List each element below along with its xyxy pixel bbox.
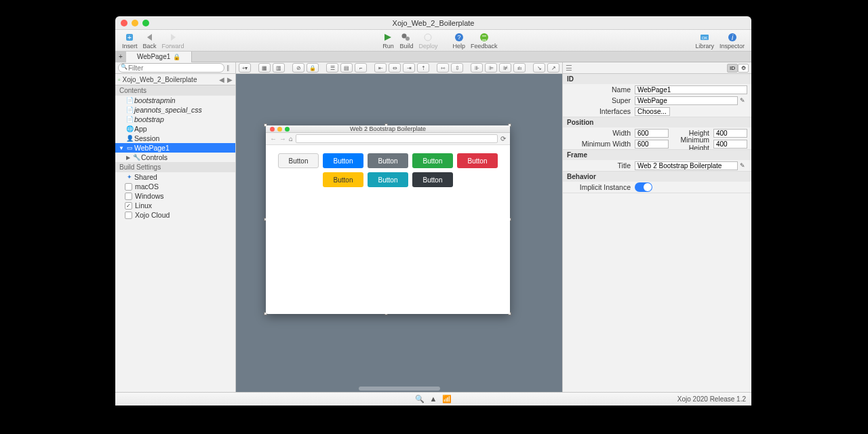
button-danger[interactable]: Button: [457, 153, 498, 168]
main-toolbar: +Insert Back Forward Run Build Deploy ?H…: [115, 30, 751, 52]
align-left-icon[interactable]: ⇤: [374, 63, 387, 73]
checkbox-macos[interactable]: [125, 183, 132, 191]
search-icon[interactable]: 🔍: [415, 395, 425, 403]
help-button[interactable]: ?Help: [453, 32, 466, 50]
space-h-icon[interactable]: ⊪: [471, 63, 483, 73]
checkbox-windows[interactable]: [125, 193, 132, 200]
guides-icon[interactable]: ⌐: [355, 63, 367, 73]
width-field[interactable]: [635, 129, 669, 138]
align-center-icon[interactable]: ⇔: [389, 63, 401, 73]
height-field[interactable]: [713, 129, 747, 138]
forward-button[interactable]: Forward: [162, 32, 184, 50]
add-tab-button[interactable]: +: [115, 52, 126, 62]
dist-h-icon[interactable]: ⊯: [499, 63, 511, 73]
inspector-tab-id[interactable]: ID: [727, 64, 738, 73]
back-button[interactable]: Back: [143, 32, 157, 50]
minimize-icon[interactable]: [132, 20, 138, 26]
button-dark[interactable]: Button: [412, 172, 453, 187]
fill-v-icon[interactable]: ⇳: [451, 63, 463, 73]
min-width-field[interactable]: [635, 140, 669, 149]
align-right-icon[interactable]: ⇥: [403, 63, 415, 73]
button-default[interactable]: Button: [278, 153, 319, 168]
navigator: ‖ ▫ Xojo_Web_2_Boilerplate ◀▶ Contents 📄…: [115, 62, 236, 392]
snap-icon[interactable]: ▥: [273, 63, 285, 73]
section-id: ID: [563, 74, 751, 84]
button-info[interactable]: Button: [368, 172, 408, 187]
project-name: Xojo_Web_2_Boilerplate: [123, 76, 197, 83]
tree-item-xojo-cloud[interactable]: Xojo Cloud: [115, 210, 235, 220]
edit-title-icon[interactable]: ✎: [738, 162, 747, 169]
split-icon[interactable]: ‖: [226, 64, 233, 71]
button-primary[interactable]: Button: [323, 153, 363, 168]
warnings-icon[interactable]: ▲: [430, 395, 437, 403]
run-button[interactable]: Run: [382, 32, 394, 50]
arrange-icon[interactable]: ↘: [533, 63, 545, 73]
canvas-scrollbar[interactable]: [359, 387, 440, 391]
design-canvas[interactable]: Web 2 Bootstrap Boilerplate ← → ⌂ ⟳ Butt…: [236, 74, 562, 392]
implicit-instance-toggle[interactable]: [635, 182, 652, 192]
min-height-field[interactable]: [713, 140, 747, 149]
section-frame: Frame: [563, 150, 751, 160]
checkbox-xojo-cloud[interactable]: [125, 212, 132, 219]
checkbox-linux[interactable]: ✓: [125, 202, 132, 210]
space-v-icon[interactable]: ⊫: [485, 63, 497, 73]
button-secondary[interactable]: Button: [368, 153, 408, 168]
align-top-icon[interactable]: ⇡: [417, 63, 429, 73]
tree-item-jeannots[interactable]: 📄jeannots_special_css: [115, 105, 235, 115]
section-position: Position: [563, 117, 751, 127]
tree-item-bootstrap[interactable]: 📄bootstrap: [115, 115, 235, 124]
build-button[interactable]: Build: [399, 32, 413, 50]
section-behavior: Behavior: [563, 172, 751, 182]
tree-item-app[interactable]: 🌐App: [115, 124, 235, 134]
edit-super-icon[interactable]: ✎: [738, 97, 747, 104]
front-icon[interactable]: ▤: [340, 63, 353, 73]
title-field[interactable]: [635, 161, 738, 170]
super-field[interactable]: [635, 96, 738, 105]
tree-item-shared[interactable]: ✦Shared: [115, 172, 235, 182]
tab-webpage1[interactable]: WebPage1🔒: [126, 52, 192, 62]
preview-back-icon: ←: [270, 135, 277, 142]
preview-title: Web 2 Bootstrap Boilerplate: [350, 125, 426, 132]
editor-toolbar: +▾ ▦ ▥ ⊘ 🔒 ☰ ▤ ⌐ ⇤ ⇔ ⇥ ⇡ ⇿ ⇳ ⊪: [236, 62, 562, 74]
tree-item-linux[interactable]: ✓Linux: [115, 201, 235, 210]
version-label: Xojo 2020 Release 1.2: [677, 395, 746, 403]
deploy-button[interactable]: Deploy: [418, 32, 437, 50]
tree-item-webpage1[interactable]: ▼▭WebPage1: [115, 143, 235, 153]
button-success[interactable]: Button: [412, 153, 453, 168]
preview-zoom-icon: [285, 127, 290, 132]
fill-h-icon[interactable]: ⇿: [437, 63, 449, 73]
zoom-icon[interactable]: [142, 20, 149, 26]
library-button[interactable]: OKLibrary: [695, 32, 714, 50]
doc-icon: ▫: [118, 76, 121, 83]
rss-icon[interactable]: 📶: [442, 395, 452, 403]
insert-button[interactable]: +Insert: [122, 32, 138, 50]
nav-next-icon[interactable]: ▶: [227, 76, 233, 83]
inspector-tab-gear[interactable]: ⚙: [738, 64, 749, 73]
tree-item-bootstrapmin[interactable]: 📄bootstrapmin: [115, 96, 235, 105]
window-titlebar: Xojo_Web_2_Boilerplate: [115, 16, 751, 30]
webpage-preview[interactable]: Web 2 Bootstrap Boilerplate ← → ⌂ ⟳ Butt…: [266, 125, 510, 314]
tree-item-session[interactable]: 👤Session: [115, 134, 235, 143]
preview-fwd-icon: →: [279, 135, 286, 142]
arrange2-icon[interactable]: ↗: [547, 63, 559, 73]
nav-prev-icon[interactable]: ◀: [219, 76, 224, 83]
feedback-button[interactable]: Feedback: [471, 32, 498, 50]
preview-close-icon: [270, 127, 275, 132]
button-warning[interactable]: Button: [323, 172, 363, 187]
tree-item-windows[interactable]: Windows: [115, 191, 235, 201]
dist-v-icon[interactable]: ılı: [513, 63, 526, 73]
interfaces-combo[interactable]: Choose...: [635, 107, 670, 116]
filter-input[interactable]: [118, 63, 224, 73]
name-field[interactable]: [635, 85, 747, 94]
hamburger-icon[interactable]: ☰: [566, 64, 572, 72]
close-icon[interactable]: [121, 20, 127, 26]
unlock-icon[interactable]: 🔒: [307, 63, 319, 73]
inspector-button[interactable]: iInspector: [719, 32, 745, 50]
grid-icon[interactable]: ▦: [258, 63, 271, 73]
tree-item-controls[interactable]: ▶🔧Controls: [115, 153, 235, 162]
build-settings-header: Build Settings: [115, 162, 235, 172]
order-icon[interactable]: ☰: [326, 63, 338, 73]
lock-icon[interactable]: ⊘: [292, 63, 304, 73]
tree-item-macos[interactable]: macOS: [115, 182, 235, 191]
add-control-button[interactable]: +▾: [239, 63, 251, 73]
